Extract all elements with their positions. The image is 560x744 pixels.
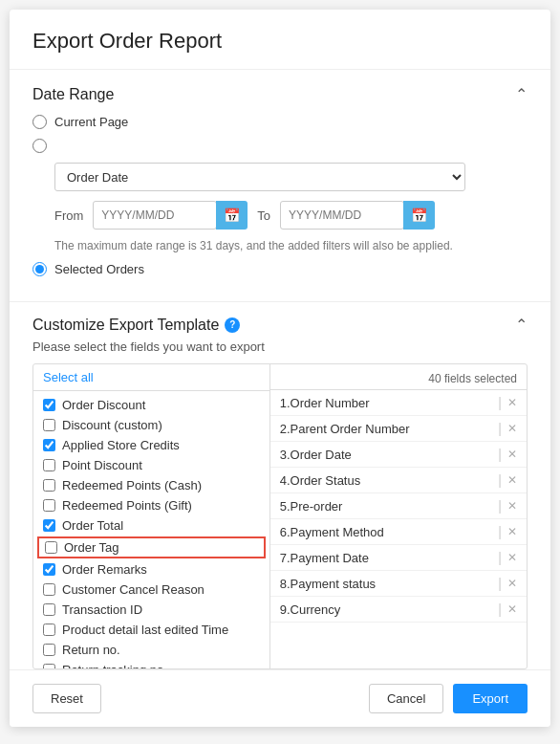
field-checkbox-customer-cancel-reason[interactable] [43, 583, 55, 596]
reset-button[interactable]: Reset [32, 684, 101, 713]
list-item: Order Remarks [33, 559, 269, 580]
remove-field-button[interactable]: ✕ [507, 448, 517, 461]
list-item-order-tag: Order Tag [37, 536, 266, 558]
to-date-input[interactable] [280, 201, 404, 230]
remove-field-button[interactable]: ✕ [507, 577, 517, 590]
selected-orders-row: Selected Orders [32, 262, 528, 276]
list-item: Transaction ID [33, 600, 269, 620]
from-calendar-button[interactable]: 📅 [216, 201, 248, 230]
field-checkbox-order-remarks[interactable] [43, 563, 55, 576]
list-item: Discount (custom) [33, 415, 269, 435]
field-checkbox-redeemed-gift[interactable] [43, 499, 55, 512]
list-item: Return tracking no. [33, 660, 269, 668]
list-item: Order Total [33, 515, 269, 536]
remove-field-button[interactable]: ✕ [507, 602, 517, 616]
field-checkbox-order-tag[interactable] [45, 541, 57, 554]
export-button[interactable]: Export [453, 684, 528, 713]
selected-field-item: 7.Payment Date | ✕ [270, 545, 527, 571]
list-item: Return no. [33, 640, 269, 660]
modal-title: Export Order Report [10, 10, 550, 70]
customize-subtitle: Please select the fields you want to exp… [32, 339, 528, 354]
field-label: Order Total [62, 518, 123, 533]
field-label: Order Remarks [62, 562, 147, 577]
selected-field-text: 4.Order Status [280, 473, 499, 488]
date-range-title: Date Range [32, 86, 114, 103]
cancel-button[interactable]: Cancel [369, 684, 443, 713]
selected-field-text: 1.Order Number [280, 396, 499, 410]
selected-field-item: 3.Order Date | ✕ [270, 442, 527, 468]
field-label: Redeemed Points (Gift) [62, 498, 192, 513]
current-page-row: Current Page [32, 115, 528, 129]
select-all-link[interactable]: Select all [43, 370, 94, 384]
separator-icon: | [498, 576, 502, 591]
select-all-row: Select all [33, 364, 269, 391]
customize-section: Customize Export Template ? ⌃ Please sel… [10, 302, 550, 669]
field-label: Applied Store Credits [62, 438, 180, 452]
field-label: Return no. [62, 643, 120, 657]
customize-title-row: Customize Export Template ? [32, 317, 240, 334]
date-type-dropdown[interactable]: Order Date Payment Date Created Date [54, 163, 465, 191]
fields-container: Select all Order Discount Discount (cust… [32, 363, 528, 669]
remove-field-button[interactable]: ✕ [507, 525, 517, 538]
to-date-wrap: 📅 [280, 201, 435, 230]
date-from-to-row: From 📅 To 📅 [54, 201, 528, 230]
field-label: Order Tag [64, 540, 119, 555]
date-range-collapse-icon[interactable]: ⌃ [515, 85, 528, 103]
remove-field-button[interactable]: ✕ [507, 551, 517, 564]
to-separator: To [257, 208, 270, 223]
to-calendar-button[interactable]: 📅 [403, 201, 435, 230]
from-label: From [54, 208, 83, 223]
field-label: Discount (custom) [62, 418, 162, 432]
separator-icon: | [498, 395, 502, 410]
selected-field-text: 5.Pre-order [280, 499, 499, 514]
field-label: Product detail last edited Time [62, 623, 228, 637]
customize-collapse-icon[interactable]: ⌃ [515, 316, 528, 334]
field-label: Customer Cancel Reason [62, 582, 205, 597]
selected-field-item: 5.Pre-order | ✕ [270, 493, 527, 519]
field-checkbox-discount-custom[interactable] [43, 419, 55, 431]
from-date-input[interactable] [93, 201, 217, 230]
field-checkbox-point-discount[interactable] [43, 459, 55, 471]
selected-field-text: 7.Payment Date [280, 551, 499, 565]
remove-field-button[interactable]: ✕ [507, 396, 517, 409]
field-checkbox-applied-store-credits[interactable] [43, 439, 55, 451]
field-checkbox-return-no[interactable] [43, 644, 55, 656]
selected-orders-radio[interactable] [32, 262, 47, 276]
list-item: Product detail last edited Time [33, 620, 269, 640]
field-label: Redeemed Points (Cash) [62, 478, 202, 492]
selected-field-item: 2.Parent Order Number | ✕ [270, 416, 527, 442]
selected-orders-label[interactable]: Selected Orders [54, 262, 144, 276]
export-order-report-modal: Export Order Report Date Range ⌃ Current… [10, 10, 550, 727]
customize-title-text: Customize Export Template [32, 317, 219, 334]
list-item: Applied Store Credits [33, 435, 269, 455]
field-label: Return tracking no. [62, 663, 167, 668]
separator-icon: | [498, 447, 502, 462]
selected-field-text: 8.Payment status [280, 577, 499, 591]
field-checkbox-redeemed-cash[interactable] [43, 479, 55, 492]
field-checkbox-order-total[interactable] [43, 519, 55, 532]
selected-field-item: 1.Order Number | ✕ [270, 390, 527, 416]
field-checkbox-transaction-id[interactable] [43, 603, 55, 616]
remove-field-button[interactable]: ✕ [507, 473, 517, 487]
separator-icon: | [498, 498, 502, 514]
current-page-radio[interactable] [32, 115, 47, 129]
from-date-wrap: 📅 [93, 201, 248, 230]
order-date-radio[interactable] [32, 139, 47, 153]
remove-field-button[interactable]: ✕ [507, 422, 517, 435]
field-label: Order Discount [62, 398, 145, 412]
selected-field-text: 9.Currency [280, 602, 499, 617]
separator-icon: | [498, 472, 502, 488]
fields-count: 40 fields selected [270, 368, 527, 390]
selected-field-item: 4.Order Status | ✕ [270, 468, 527, 493]
field-checkbox-return-tracking[interactable] [43, 664, 55, 668]
help-icon[interactable]: ? [225, 317, 240, 333]
field-checkbox-product-detail-time[interactable] [43, 624, 55, 636]
date-note: The maximum date range is 31 days, and t… [54, 239, 528, 252]
selected-field-text: 2.Parent Order Number [280, 422, 499, 436]
current-page-label[interactable]: Current Page [54, 115, 128, 129]
fields-right-panel: 40 fields selected 1.Order Number | ✕ 2.… [270, 364, 527, 668]
list-item: Point Discount [33, 455, 269, 475]
remove-field-button[interactable]: ✕ [507, 499, 517, 513]
field-checkbox-order-discount[interactable] [43, 399, 55, 411]
list-item: Redeemed Points (Gift) [33, 495, 269, 515]
